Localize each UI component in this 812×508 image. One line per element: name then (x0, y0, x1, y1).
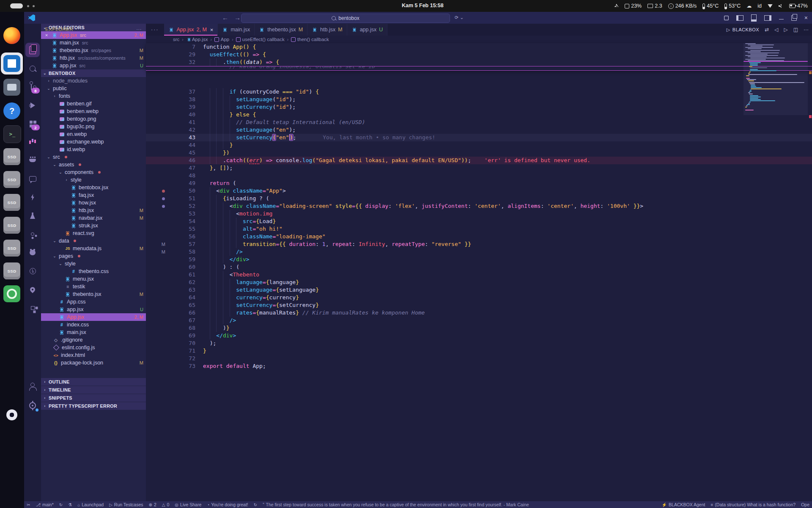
tree-item[interactable]: thebento.jsxM (41, 290, 146, 298)
editor-action-icon-1[interactable]: ◁ (774, 27, 778, 33)
restore-button[interactable] (791, 15, 797, 21)
tree-item[interactable]: ⌄src (41, 153, 146, 161)
gutter-decorations[interactable] (146, 317, 169, 324)
tree-item[interactable]: ≡testik (41, 283, 146, 290)
gutter-decorations[interactable] (146, 218, 169, 225)
toggle-sidebar-icon[interactable] (736, 15, 743, 21)
dock-item-firefox[interactable] (3, 27, 20, 44)
gutter-decorations[interactable] (146, 126, 169, 134)
gutter-decorations[interactable] (146, 301, 169, 309)
open-editor-row[interactable]: htb.jsxsrc/assets/componentsM (41, 54, 146, 62)
statusbar-run-testcases[interactable]: ▷Run Testcases (109, 502, 143, 507)
gutter-decorations[interactable] (146, 256, 169, 263)
dock-item-vscode[interactable] (3, 55, 20, 72)
toggle-panel-icon[interactable] (751, 14, 757, 22)
close-button[interactable]: × (804, 14, 808, 21)
gutter-decorations[interactable] (146, 324, 169, 332)
tree-item[interactable]: #thebento.css (41, 268, 146, 275)
tree-item[interactable]: #App.css (41, 298, 146, 306)
dock-item-ssd-drive[interactable]: SSD (3, 262, 20, 279)
minimap[interactable] (743, 43, 808, 170)
toggle-secondary-sidebar-icon[interactable] (764, 15, 771, 21)
gutter-decorations[interactable] (146, 164, 169, 172)
dock-item-ssd-drive[interactable]: SSD (3, 171, 20, 188)
dock-item-settings[interactable] (3, 285, 20, 302)
tab-htb.jsx[interactable]: htb.jsxM (307, 24, 347, 36)
activity-item-network[interactable] (24, 226, 41, 243)
gutter-decorations[interactable] (146, 332, 169, 340)
dock-item-ssd-drive[interactable]: SSD (3, 194, 20, 211)
battery-indicator[interactable]: 47% (789, 3, 808, 9)
statusbar-errors[interactable]: ⊗2 (149, 502, 156, 507)
breadcrumb-item[interactable]: then() callback (291, 37, 329, 42)
gutter-decorations[interactable] (146, 43, 169, 51)
volume-muted-indicator[interactable] (779, 4, 783, 8)
breadcrumb-item[interactable]: src (173, 37, 179, 42)
statusbar-live-share[interactable]: ◎Live Share (175, 502, 201, 507)
tree-item[interactable]: ⌄assets (41, 161, 146, 168)
gutter-decorations[interactable] (146, 355, 169, 362)
tree-item[interactable]: htb.jsxM (41, 207, 146, 214)
tree-item[interactable]: ⌄components (41, 168, 146, 176)
gutter-decorations[interactable] (146, 233, 169, 240)
open-editor-row[interactable]: main.jsxsrc (41, 39, 146, 47)
tree-item[interactable]: App.jsx2, M (41, 313, 146, 321)
tab-main.jsx[interactable]: main.jsx (218, 24, 255, 36)
tree-item[interactable]: id.webp (41, 146, 146, 153)
editor-action-icon-4[interactable]: ··· (804, 27, 809, 33)
system-tray[interactable]: 23%2.3↓246 KB/s45°C53°C☁id47% (614, 0, 808, 12)
section-timeline[interactable]: ›TIMELINE (41, 386, 146, 394)
tree-item[interactable]: JSmenudata.jsM (41, 245, 146, 252)
open-editor-row[interactable]: thebento.jsxsrc/pagesM (41, 47, 146, 54)
tree-item[interactable]: benben.webp (41, 108, 146, 115)
tree-item[interactable]: benben.gif (41, 100, 146, 108)
command-search-input[interactable]: bentobox (241, 14, 450, 23)
gutter-decorations[interactable] (146, 172, 169, 179)
tree-item[interactable]: app.jsxU (41, 306, 146, 313)
gutter-decorations[interactable] (146, 134, 169, 141)
activity-item-source-control[interactable]: 8 (24, 78, 41, 95)
breadcrumb-item[interactable]: App.jsx (186, 37, 208, 42)
activity-item-project-boxes[interactable] (24, 299, 41, 316)
tree-item[interactable]: {}package-lock.jsonM (41, 359, 146, 367)
activity-item-github[interactable] (24, 244, 41, 261)
activity-item-thunder-client[interactable] (24, 189, 41, 206)
statusbar-sync[interactable]: ↻ (59, 502, 63, 507)
gutter-decorations[interactable] (146, 347, 169, 355)
tree-item[interactable]: #index.css (41, 321, 146, 329)
tree-item[interactable]: en.webp (41, 130, 146, 138)
download-indicator[interactable]: ↓246 KB/s (668, 3, 697, 9)
gutter-decorations[interactable] (146, 309, 169, 317)
code-editor[interactable]: 37 if (countryCode === "id") {38 setLang… (146, 43, 812, 501)
gutter-decorations[interactable] (146, 294, 169, 301)
thermometer-indicator[interactable]: 45°C (702, 3, 719, 9)
activity-item-analytics[interactable] (24, 134, 41, 151)
statusbar-refresh[interactable]: ↻ (254, 502, 257, 507)
bell-muted-indicator[interactable] (614, 4, 619, 8)
cloud-indicator[interactable]: ☁ (746, 4, 752, 8)
statusbar-launchpad[interactable]: ⌂Launchpad (77, 502, 104, 507)
gutter-decorations[interactable] (146, 96, 169, 103)
gutter-decorations[interactable] (146, 141, 169, 149)
gutter-decorations[interactable] (146, 149, 169, 157)
activity-item-search[interactable] (24, 60, 41, 77)
gutter-decorations[interactable] (146, 202, 169, 210)
workspace-pill-indicator[interactable] (10, 3, 23, 8)
tab-App.jsx[interactable]: App.jsx2, M× (164, 24, 218, 36)
tree-item[interactable]: struk.jsx (41, 222, 146, 229)
section-outline[interactable]: ›OUTLINE (41, 378, 146, 386)
wifi-indicator[interactable] (768, 4, 773, 8)
gutter-decorations[interactable] (146, 362, 169, 370)
tree-item[interactable]: <>index.html (41, 351, 146, 359)
forward-arrow-icon[interactable]: → (234, 14, 241, 21)
gutter-decorations[interactable] (146, 225, 169, 233)
activity-item-explorer[interactable] (24, 41, 41, 58)
activity-item-settings[interactable] (24, 397, 41, 414)
dock-item-files[interactable] (3, 79, 20, 96)
dock-item-ssd-drive[interactable]: SSD (3, 148, 20, 165)
activity-item-account[interactable] (24, 378, 41, 395)
tab-overflow-button[interactable]: ··· (146, 24, 164, 36)
tree-item[interactable]: ›node_modules (41, 77, 146, 85)
minimize-button[interactable] (779, 19, 784, 19)
gutter-decorations[interactable] (146, 157, 169, 164)
